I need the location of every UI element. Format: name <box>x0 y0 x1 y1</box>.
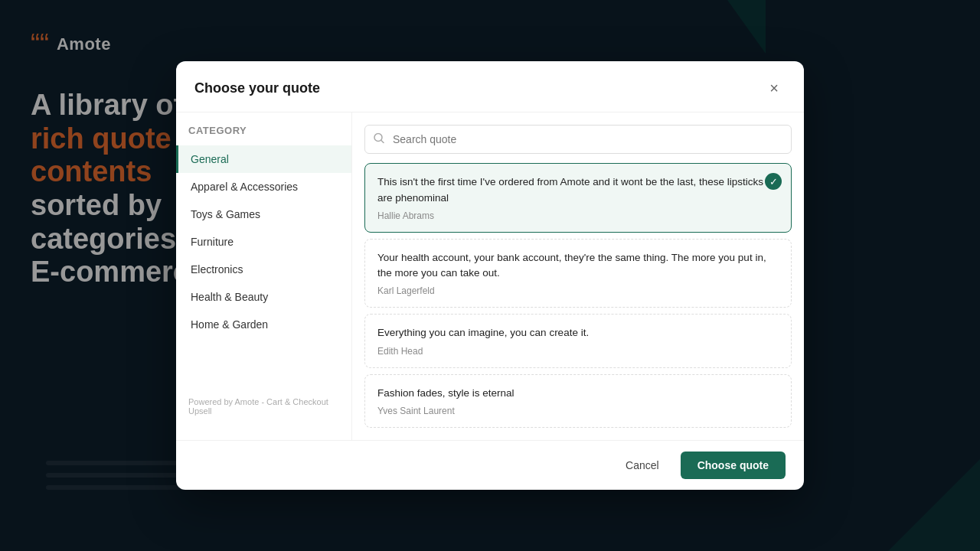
quote-text-3: Everything you can imagine, you can crea… <box>377 325 779 341</box>
quotes-list: This isn't the first time I've ordered f… <box>364 163 792 428</box>
cancel-button[interactable]: Cancel <box>613 453 671 478</box>
modal-title: Choose your quote <box>194 80 320 96</box>
close-button[interactable]: × <box>763 77 786 99</box>
sidebar-item-furniture[interactable]: Furniture <box>176 228 351 256</box>
sidebar-item-toys[interactable]: Toys & Games <box>176 201 351 228</box>
modal-overlay: Choose your quote × Category General App… <box>0 0 980 551</box>
quote-card-4[interactable]: Fashion fades, style is eternal Yves Sai… <box>364 374 792 428</box>
sidebar-footer: Powered by Amote - Cart & Checkout Upsel… <box>176 385 351 428</box>
modal: Choose your quote × Category General App… <box>176 61 804 490</box>
modal-header: Choose your quote × <box>176 61 804 112</box>
category-label: Category <box>176 125 351 145</box>
quote-author-3: Edith Head <box>377 346 779 357</box>
svg-line-1 <box>381 141 384 143</box>
sidebar-item-apparel[interactable]: Apparel & Accessories <box>176 173 351 201</box>
sidebar-item-electronics[interactable]: Electronics <box>176 256 351 283</box>
quote-card-2[interactable]: Your health account, your bank account, … <box>364 239 792 308</box>
search-icon <box>374 133 384 146</box>
quote-text-1: This isn't the first time I've ordered f… <box>377 174 779 206</box>
sidebar-item-home[interactable]: Home & Garden <box>176 311 351 338</box>
quote-author-2: Karl Lagerfeld <box>377 285 779 296</box>
category-sidebar: Category General Apparel & Accessories T… <box>176 112 352 440</box>
quotes-main: This isn't the first time I've ordered f… <box>352 112 804 440</box>
quote-card-3[interactable]: Everything you can imagine, you can crea… <box>364 314 792 367</box>
quote-author-4: Yves Saint Laurent <box>377 406 779 416</box>
quote-author-1: Hallie Abrams <box>377 210 779 221</box>
selected-checkmark: ✓ <box>765 173 782 190</box>
quote-text-2: Your health account, your bank account, … <box>377 250 779 282</box>
quote-card-1[interactable]: This isn't the first time I've ordered f… <box>364 163 792 233</box>
search-input[interactable] <box>364 125 792 154</box>
modal-body: Category General Apparel & Accessories T… <box>176 112 804 440</box>
sidebar-item-health[interactable]: Health & Beauty <box>176 283 351 311</box>
sidebar-item-general[interactable]: General <box>176 145 351 173</box>
choose-quote-button[interactable]: Choose quote <box>681 452 786 479</box>
search-bar <box>364 125 792 154</box>
modal-footer: Cancel Choose quote <box>176 440 804 490</box>
quote-text-4: Fashion fades, style is eternal <box>377 386 779 401</box>
